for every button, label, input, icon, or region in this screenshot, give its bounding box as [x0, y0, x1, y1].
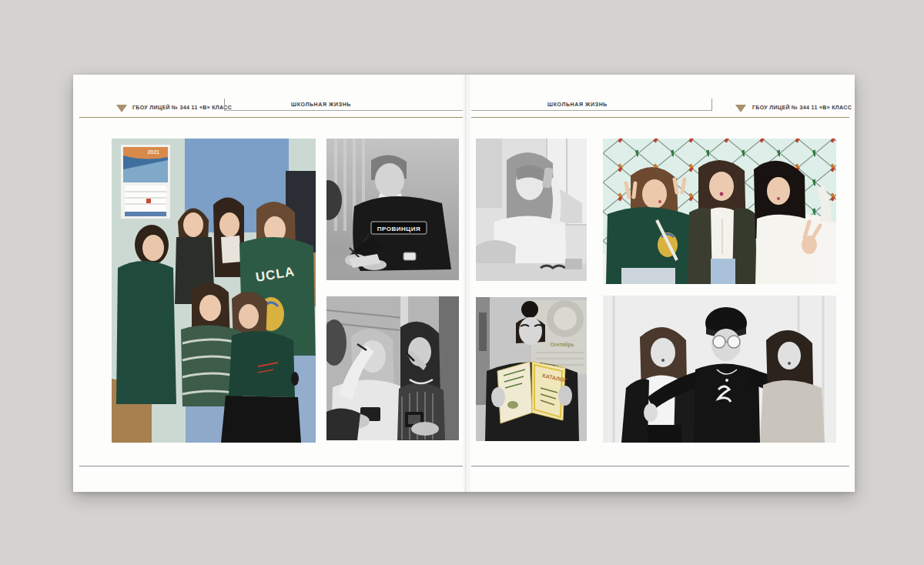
- school-class-label: ГБОУ ЛИЦЕЙ № 344 11 «В» КЛАСС: [752, 104, 852, 112]
- section-title-right: ШКОЛЬНАЯ ЖИЗНЬ: [500, 101, 654, 109]
- header-tick: [711, 99, 712, 111]
- photo-three-girls-peace[interactable]: [603, 139, 836, 284]
- photo-three-friends[interactable]: [603, 296, 836, 443]
- page-gutter: [463, 75, 470, 492]
- olive-rule-right: [471, 117, 849, 118]
- photobook-spread: ГБОУ ЛИЦЕЙ № 344 11 «В» КЛАСС ШКОЛЬНАЯ Ж…: [73, 75, 855, 492]
- three-girls-peace-illustration: [603, 139, 836, 284]
- footer-rule-left: [79, 466, 463, 466]
- photo-group-of-six-girls[interactable]: 2021 UCLA: [112, 139, 316, 443]
- three-friends-illustration: [603, 296, 836, 443]
- footer-rule-right: [471, 466, 849, 466]
- triangle-down-icon: [735, 105, 746, 112]
- header-rule-right: [471, 110, 711, 111]
- photo-girls-makeup[interactable]: [326, 296, 459, 440]
- provincia-sweatshirt-text: ПРОВИНЦИЯ: [377, 226, 420, 232]
- header-rule-left: [224, 110, 463, 111]
- olive-rule-left: [79, 117, 463, 118]
- school-class-label: ГБОУ ЛИЦЕЙ № 344 11 «В» КЛАСС: [132, 104, 232, 112]
- girl-on-phone-illustration: [476, 139, 587, 281]
- header-tick: [224, 99, 225, 111]
- section-title-left: ШКОЛЬНАЯ ЖИЗНЬ: [244, 101, 398, 109]
- photo-boy-writing[interactable]: ПРОВИНЦИЯ: [326, 139, 459, 280]
- calendar-year-text: 2021: [147, 149, 159, 155]
- group-six-illustration: 2021 UCLA: [112, 139, 316, 443]
- september-calendar-text: Сентябрь: [550, 342, 574, 348]
- girl-reading-catalog-illustration: Сентябрь КАТАЛОГ: [476, 297, 587, 441]
- triangle-down-icon: [116, 105, 127, 112]
- girls-makeup-illustration: [326, 296, 459, 440]
- photo-girl-on-phone[interactable]: [476, 139, 587, 281]
- photo-girl-reading-catalog[interactable]: Сентябрь КАТАЛОГ: [476, 297, 587, 441]
- boy-writing-illustration: ПРОВИНЦИЯ: [326, 139, 459, 280]
